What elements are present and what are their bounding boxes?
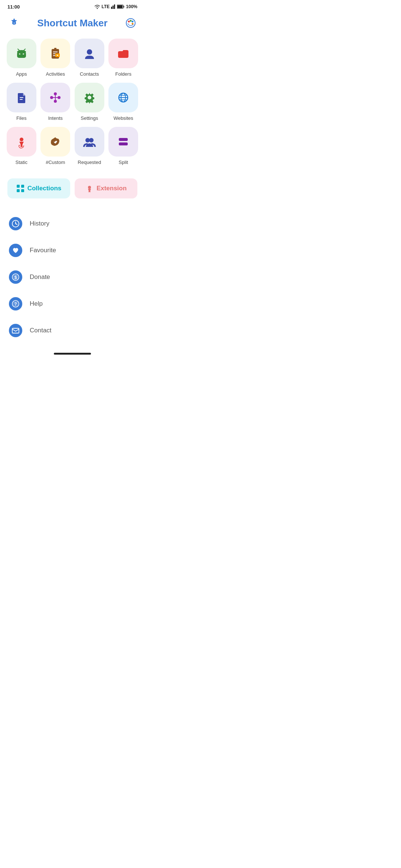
contact-label: Contact: [30, 327, 52, 334]
grid-item-static[interactable]: Static: [6, 127, 37, 165]
svg-rect-51: [119, 142, 128, 145]
favourite-label: Favourite: [30, 247, 56, 254]
battery-label: 100%: [126, 4, 137, 9]
websites-label: Websites: [114, 115, 133, 121]
bottom-bar: [0, 350, 145, 357]
grid-item-apps[interactable]: Apps: [6, 39, 37, 77]
svg-point-40: [88, 96, 91, 99]
status-bar: 11:00 LTE 100%: [0, 0, 145, 13]
svg-point-56: [88, 186, 91, 189]
battery-icon: [117, 4, 124, 9]
svg-point-34: [54, 100, 57, 103]
custom-icon-wrap: [40, 127, 70, 157]
status-time: 11:00: [7, 4, 20, 10]
split-icon: [116, 134, 131, 149]
collections-button[interactable]: Collections: [7, 178, 70, 198]
app-title: Shortcut Maker: [21, 17, 124, 29]
contacts-icon: [82, 46, 97, 61]
wifi-icon: [94, 4, 100, 9]
palette-button[interactable]: [124, 16, 137, 30]
svg-rect-31: [20, 97, 23, 98]
grid-item-split[interactable]: Split: [108, 127, 139, 165]
svg-rect-2: [114, 4, 115, 9]
folders-label: Folders: [115, 71, 131, 77]
svg-rect-24: [53, 52, 58, 52]
svg-point-13: [18, 57, 25, 60]
heart-icon: [12, 246, 20, 254]
touch-icon: [85, 184, 94, 193]
grid-item-contacts[interactable]: Contacts: [74, 39, 105, 77]
signal-icon: [111, 4, 115, 9]
history-icon-wrap: [9, 217, 22, 230]
static-icon: [14, 134, 29, 149]
action-buttons: Collections Extension: [0, 171, 145, 207]
android-icon: [14, 46, 29, 61]
grid-item-requested[interactable]: Requested: [74, 127, 105, 165]
svg-rect-52: [17, 185, 20, 188]
grid-item-intents[interactable]: Intents: [40, 83, 71, 121]
clock-icon: [12, 220, 20, 228]
menu-item-history[interactable]: History: [7, 210, 137, 237]
extension-button[interactable]: Extension: [75, 178, 137, 198]
requested-icon: [82, 134, 97, 149]
svg-point-21: [17, 50, 26, 54]
grid-item-settings[interactable]: Settings: [74, 83, 105, 121]
intents-label: Intents: [48, 115, 63, 121]
grid-item-activities[interactable]: Activities: [40, 39, 71, 77]
svg-rect-19: [17, 53, 19, 56]
menu-item-donate[interactable]: $ Donate: [7, 264, 137, 290]
activities-icon: [48, 46, 63, 61]
extension-label: Extension: [97, 185, 127, 192]
svg-point-35: [50, 96, 53, 99]
contact-icon-wrap: [9, 324, 22, 337]
svg-point-10: [130, 20, 132, 22]
grid-item-custom[interactable]: #Custom: [40, 127, 71, 165]
favourite-icon-wrap: [9, 244, 22, 257]
grid-item-websites[interactable]: Websites: [108, 83, 139, 121]
svg-rect-4: [124, 6, 124, 8]
svg-point-36: [58, 96, 61, 99]
files-icon-wrap: [7, 83, 36, 112]
split-label: Split: [119, 160, 128, 165]
grid-item-folders[interactable]: Folders: [108, 39, 139, 77]
websites-icon-wrap: [108, 83, 138, 112]
svg-text:!: !: [14, 22, 15, 25]
help-label: Help: [30, 300, 43, 308]
svg-rect-64: [12, 328, 19, 333]
badge-icon: !: [9, 17, 20, 29]
contacts-icon-wrap: [75, 39, 104, 68]
requested-label: Requested: [78, 160, 101, 165]
activities-label: Activities: [46, 71, 65, 77]
svg-point-9: [128, 21, 130, 23]
question-icon: ?: [12, 300, 20, 308]
settings-icon: [82, 90, 97, 105]
static-label: Static: [15, 160, 27, 165]
lte-label: LTE: [102, 4, 110, 9]
svg-point-47: [20, 143, 23, 145]
svg-point-33: [54, 92, 57, 95]
help-icon-wrap: ?: [9, 297, 22, 310]
svg-rect-32: [20, 99, 23, 100]
collections-label: Collections: [27, 185, 62, 192]
svg-rect-50: [119, 138, 128, 141]
files-icon: [14, 90, 29, 105]
badge-button[interactable]: !: [7, 16, 21, 30]
svg-rect-20: [25, 53, 26, 56]
shortcut-grid: Apps Activities Contacts: [0, 36, 145, 168]
app-header: ! Shortcut Maker: [0, 13, 145, 36]
palette-icon: [125, 17, 136, 29]
svg-point-11: [132, 21, 134, 23]
menu-list: History Favourite $ Donate ? Help: [0, 207, 145, 350]
menu-item-help[interactable]: ? Help: [7, 290, 137, 317]
menu-item-favourite[interactable]: Favourite: [7, 237, 137, 264]
svg-text:?: ?: [14, 302, 17, 307]
svg-rect-5: [117, 5, 123, 8]
static-icon-wrap: [7, 127, 36, 157]
grid-item-files[interactable]: Files: [6, 83, 37, 121]
svg-rect-23: [54, 48, 56, 50]
activities-icon-wrap: [40, 39, 70, 68]
svg-rect-55: [21, 189, 24, 192]
menu-item-contact[interactable]: Contact: [7, 317, 137, 344]
intents-icon-wrap: [40, 83, 70, 112]
svg-line-17: [18, 49, 19, 50]
